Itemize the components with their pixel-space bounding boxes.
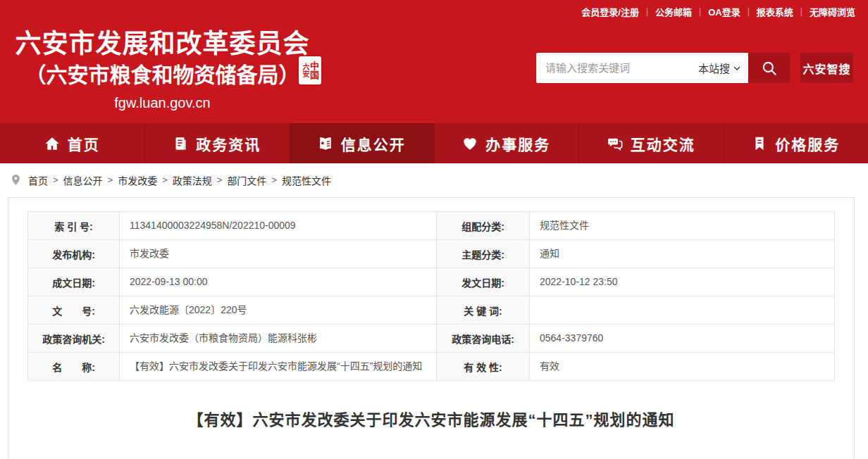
meta-label: 文 号: <box>28 296 120 325</box>
breadcrumb-fgw[interactable]: 市发改委 <box>118 173 157 187</box>
seal-text-right: 中国 <box>309 61 318 80</box>
table-row: 索 引 号: 11341400003224958N/202210-00009 组… <box>28 212 835 240</box>
topbar-divider: | <box>800 6 802 16</box>
seal-text-left: 六安 <box>302 63 309 77</box>
meta-value: 通知 <box>530 240 835 268</box>
search-group: 本站搜 六安智搜 <box>536 53 853 83</box>
meta-value: 【有效】六安市发改委关于印发六安市能源发展“十四五”规划的通知 <box>120 353 437 381</box>
table-row: 成文日期: 2022-09-13 00:00 发文日期: 2022-10-12 … <box>28 268 835 296</box>
nav-item-price[interactable]: 价格服务 <box>724 123 868 163</box>
meta-value: 市发改委 <box>120 240 437 268</box>
nav-item-info-disclosure[interactable]: 信息公开 <box>290 123 435 163</box>
nav-label: 首页 <box>68 133 100 154</box>
location-pin-icon <box>10 172 22 187</box>
toplink-oa-login[interactable]: OA登录 <box>708 5 740 18</box>
nav-item-interaction[interactable]: 互动交流 <box>579 123 724 163</box>
meta-value: 六安市发改委（市粮食物资局）能源科张彬 <box>120 325 437 353</box>
breadcrumb-normative-files[interactable]: 规范性文件 <box>282 173 331 187</box>
meta-value <box>530 296 835 325</box>
home-icon <box>44 136 60 151</box>
breadcrumb-separator: > <box>217 175 223 185</box>
search-box: 本站搜 <box>536 53 748 83</box>
smart-search-button[interactable]: 六安智搜 <box>800 53 853 83</box>
chat-icon <box>607 136 623 151</box>
meta-label: 索 引 号: <box>28 212 120 240</box>
meta-label: 发布机构: <box>28 240 120 268</box>
breadcrumb-separator: > <box>53 175 58 185</box>
topbar: 会员登录/注册 | 公务邮箱 | OA登录 | 报表系统 | 无障碍浏览 <box>0 0 868 23</box>
search-icon <box>760 59 779 77</box>
toplink-report-system[interactable]: 报表系统 <box>757 5 793 18</box>
nav-item-news[interactable]: 政务资讯 <box>145 123 290 163</box>
site-header: 会员登录/注册 | 公务邮箱 | OA登录 | 报表系统 | 无障碍浏览 六安市… <box>0 0 868 123</box>
meta-value: 六发改能源〔2022〕220号 <box>120 296 437 325</box>
meta-value: 规范性文件 <box>530 212 835 240</box>
nav-label: 办事服务 <box>485 133 550 154</box>
site-title: 六安市发展和改革委员会 <box>6 28 319 61</box>
meta-label: 名 称: <box>28 353 120 381</box>
breadcrumb-policy[interactable]: 政策法规 <box>173 173 212 187</box>
nav-label: 政务资讯 <box>196 133 261 154</box>
heart-icon <box>462 136 478 151</box>
site-url: fgw.luan.gov.cn <box>6 95 319 111</box>
breadcrumb-info-disclosure[interactable]: 信息公开 <box>63 173 103 187</box>
meta-label: 关 键 词: <box>437 296 530 325</box>
nav-item-home[interactable]: 首页 <box>0 123 145 163</box>
site-identity: 六安市发展和改革委员会 （六安市粮食和物资储备局） fgw.luan.gov.c… <box>6 28 319 111</box>
bookmark-icon <box>752 136 767 151</box>
meta-label: 发文日期: <box>437 268 530 296</box>
meta-label: 主题分类: <box>437 240 530 268</box>
nav-label: 信息公开 <box>341 133 406 154</box>
document-title: 【有效】六安市发改委关于印发六安市能源发展“十四五”规划的通知 <box>27 407 835 429</box>
meta-label: 成文日期: <box>28 268 120 296</box>
breadcrumb-home[interactable]: 首页 <box>28 173 48 187</box>
meta-label: 组配分类: <box>437 212 530 240</box>
meta-value: 有效 <box>530 353 835 381</box>
table-row: 政策咨询机关: 六安市发改委（市粮食物资局）能源科张彬 政策咨询电话: 0564… <box>28 325 835 353</box>
document-icon <box>173 136 188 151</box>
nav-label: 互动交流 <box>631 133 695 154</box>
meta-label: 政策咨询电话: <box>437 325 530 353</box>
table-row: 文 号: 六发改能源〔2022〕220号 关 键 词: <box>28 296 835 325</box>
breadcrumb-separator: > <box>271 175 277 185</box>
meta-label: 政策咨询机关: <box>28 325 120 353</box>
seal-icon: 六安 中国 <box>299 56 321 84</box>
meta-value: 2022-10-12 23:50 <box>530 268 835 296</box>
search-scope-dropdown[interactable]: 本站搜 <box>693 61 741 75</box>
meta-value: 11341400003224958N/202210-00009 <box>120 212 437 240</box>
table-row: 名 称: 【有效】六安市发改委关于印发六安市能源发展“十四五”规划的通知 有 效… <box>28 353 835 381</box>
chevron-down-icon <box>733 64 741 73</box>
meta-label: 有 效 性: <box>437 353 530 381</box>
meta-value: 2022-09-13 00:00 <box>120 268 437 296</box>
document-meta-table: 索 引 号: 11341400003224958N/202210-00009 组… <box>27 211 835 381</box>
search-scope-label: 本站搜 <box>698 61 730 75</box>
search-input[interactable] <box>545 62 693 74</box>
main-nav: 首页 政务资讯 信息公开 <box>0 123 868 163</box>
table-row: 发布机构: 市发改委 主题分类: 通知 <box>28 240 835 268</box>
search-button[interactable] <box>748 53 790 83</box>
open-book-icon <box>318 136 333 151</box>
nav-item-services[interactable]: 办事服务 <box>435 123 580 163</box>
toplink-member-login[interactable]: 会员登录/注册 <box>581 5 639 18</box>
topbar-divider: | <box>748 6 750 16</box>
document-meta-card: 索 引 号: 11341400003224958N/202210-00009 组… <box>8 197 855 459</box>
breadcrumb-separator: > <box>108 175 113 185</box>
toplink-accessibility[interactable]: 无障碍浏览 <box>810 5 855 18</box>
nav-label: 价格服务 <box>775 133 840 154</box>
toplink-official-mail[interactable]: 公务邮箱 <box>655 5 692 18</box>
topbar-divider: | <box>699 6 701 16</box>
breadcrumb-separator: > <box>162 175 168 185</box>
breadcrumb-dept-files[interactable]: 部门文件 <box>227 173 266 187</box>
meta-value: 0564-3379760 <box>530 325 835 353</box>
topbar-divider: | <box>646 6 648 16</box>
breadcrumb: 首页 > 信息公开 > 市发改委 > 政策法规 > 部门文件 > 规范性文件 <box>0 163 868 196</box>
site-subtitle: （六安市粮食和物资储备局） <box>6 62 319 89</box>
